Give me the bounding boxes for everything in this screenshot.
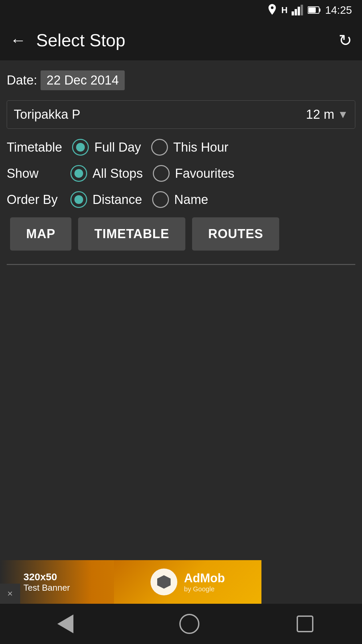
order-by-name-radio[interactable] bbox=[152, 191, 169, 208]
ad-close-button[interactable]: × bbox=[0, 584, 20, 604]
toolbar: ← Select Stop ↻ bbox=[0, 20, 362, 60]
admob-by-google: by Google bbox=[184, 585, 225, 593]
svg-rect-5 bbox=[319, 8, 320, 12]
order-by-distance[interactable]: Distance bbox=[70, 191, 142, 208]
svg-rect-1 bbox=[295, 9, 297, 15]
status-bar: H 14:25 bbox=[0, 0, 362, 20]
order-by-options: Distance Name bbox=[70, 191, 208, 208]
content-area: Date: 22 Dec 2014 Toripakka P 12 m ▼ Tim… bbox=[0, 60, 362, 265]
svg-rect-2 bbox=[298, 7, 300, 15]
status-icons: H 14:25 bbox=[267, 4, 352, 16]
timetable-full-day-label: Full Day bbox=[94, 140, 141, 155]
ad-size-text: 320x50 bbox=[23, 571, 70, 583]
show-favourites[interactable]: Favourites bbox=[153, 165, 234, 182]
timetable-this-hour-radio[interactable] bbox=[151, 139, 168, 156]
battery-icon bbox=[308, 6, 321, 14]
nav-bar bbox=[0, 604, 362, 644]
show-row: Show All Stops Favourites bbox=[7, 165, 355, 182]
timetable-this-hour-label: This Hour bbox=[173, 140, 229, 155]
nav-back-button[interactable] bbox=[49, 607, 82, 641]
h-icon: H bbox=[281, 5, 288, 15]
stop-distance-value: 12 m bbox=[306, 107, 334, 122]
timetable-this-hour[interactable]: This Hour bbox=[151, 139, 229, 156]
date-value[interactable]: 22 Dec 2014 bbox=[41, 70, 125, 90]
location-icon bbox=[267, 4, 277, 16]
stop-selector[interactable]: Toripakka P 12 m ▼ bbox=[7, 100, 355, 129]
routes-button[interactable]: ROUTES bbox=[192, 217, 279, 251]
timetable-button[interactable]: TIMETABLE bbox=[78, 217, 185, 251]
order-by-distance-radio[interactable] bbox=[70, 191, 87, 208]
stop-distance-area: 12 m ▼ bbox=[306, 107, 348, 122]
page-title: Select Stop bbox=[36, 30, 125, 50]
map-button[interactable]: MAP bbox=[10, 217, 71, 251]
order-by-name-label: Name bbox=[174, 193, 208, 207]
refresh-button[interactable]: ↻ bbox=[339, 31, 352, 50]
timetable-options: Full Day This Hour bbox=[72, 139, 228, 156]
toolbar-left: ← Select Stop bbox=[10, 30, 125, 50]
empty-content bbox=[0, 265, 362, 493]
ad-banner: 320x50 Test Banner AdMob by Google bbox=[0, 560, 261, 604]
order-by-distance-label: Distance bbox=[93, 193, 142, 207]
timetable-label: Timetable bbox=[7, 140, 62, 155]
nav-recent-button[interactable] bbox=[297, 615, 313, 632]
show-all-stops-radio[interactable] bbox=[70, 165, 87, 182]
order-by-name[interactable]: Name bbox=[152, 191, 208, 208]
admob-logo-icon bbox=[150, 569, 177, 595]
timetable-full-day-radio[interactable] bbox=[72, 139, 89, 156]
back-button[interactable]: ← bbox=[10, 32, 26, 48]
svg-rect-0 bbox=[292, 11, 294, 15]
order-by-label: Order By bbox=[7, 193, 60, 207]
action-buttons: MAP TIMETABLE ROUTES bbox=[7, 217, 355, 251]
show-favourites-radio[interactable] bbox=[153, 165, 170, 182]
timetable-row: Timetable Full Day This Hour bbox=[7, 139, 355, 156]
show-favourites-label: Favourites bbox=[175, 166, 234, 181]
admob-hexagon-icon bbox=[157, 575, 171, 589]
status-time: 14:25 bbox=[325, 4, 352, 16]
admob-brand: AdMob by Google bbox=[184, 571, 225, 593]
ad-banner-text: Test Banner bbox=[23, 583, 70, 593]
dropdown-arrow-icon: ▼ bbox=[338, 108, 348, 121]
show-all-stops-label: All Stops bbox=[93, 166, 143, 181]
svg-rect-6 bbox=[308, 7, 316, 13]
nav-home-button[interactable] bbox=[179, 614, 199, 634]
show-label: Show bbox=[7, 166, 60, 181]
timetable-full-day[interactable]: Full Day bbox=[72, 139, 141, 156]
order-by-row: Order By Distance Name bbox=[7, 191, 355, 208]
admob-logo-text: AdMob bbox=[184, 571, 225, 585]
svg-rect-3 bbox=[301, 5, 303, 15]
stop-name: Toripakka P bbox=[14, 107, 80, 122]
show-all-stops[interactable]: All Stops bbox=[70, 165, 143, 182]
show-options: All Stops Favourites bbox=[70, 165, 234, 182]
ad-logo-area: AdMob by Google bbox=[114, 560, 261, 604]
date-row: Date: 22 Dec 2014 bbox=[7, 70, 355, 90]
signal-icon bbox=[292, 5, 304, 15]
date-label: Date: bbox=[7, 73, 37, 88]
